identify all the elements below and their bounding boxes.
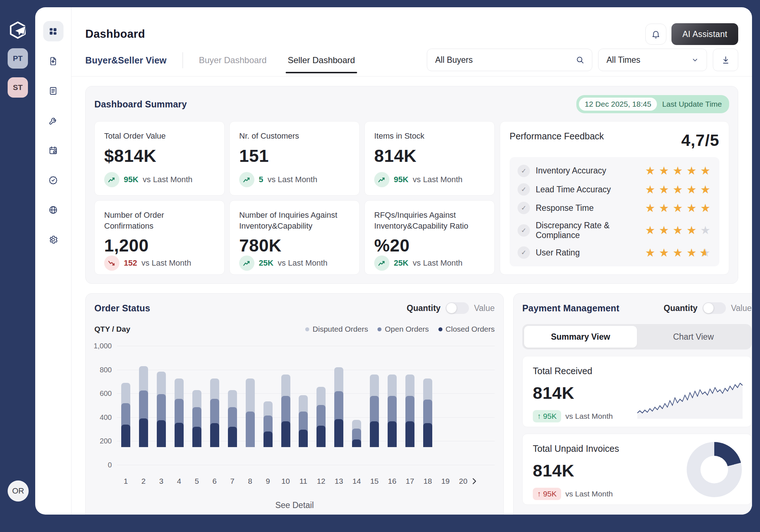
sidebar-item-dashboard[interactable]	[43, 21, 64, 41]
star-icon: ★	[658, 165, 670, 176]
tab-buyer-dashboard[interactable]: Buyer Dashboard	[199, 55, 267, 73]
check-circle-icon: ✓	[518, 165, 530, 177]
x-axis-label: 8	[241, 477, 259, 486]
payment-view-segmented: Summary View Chart View	[522, 324, 752, 349]
bar-segment-closed	[316, 426, 326, 447]
kpi-label: Number of Order Confirmations	[104, 210, 215, 231]
gridline	[117, 370, 495, 370]
kpi-delta-suffix: vs Last Month	[413, 258, 462, 268]
trend-up-icon	[378, 177, 385, 183]
last-update-badge: 12 Dec 2025, 18:45 Last Update Time	[576, 95, 729, 113]
app-window: PT ST OR	[0, 0, 760, 532]
star-icon: ★	[686, 165, 698, 176]
toggle-label-value[interactable]: Value	[474, 303, 495, 313]
switch-knob	[703, 303, 714, 313]
x-axis-label: 1	[117, 477, 135, 486]
bar-segment-closed	[388, 421, 397, 447]
sidebar-item-settings[interactable]	[43, 229, 64, 250]
kpi-card: RFQs/Inquiries Against Inventory&Capabil…	[364, 200, 495, 275]
download-button[interactable]	[713, 49, 738, 71]
workspace-avatar-st[interactable]: ST	[8, 77, 28, 98]
notifications-button[interactable]	[645, 24, 666, 45]
tab-summary-view[interactable]: Summary View	[524, 326, 637, 348]
time-filter-value: All Times	[606, 55, 640, 65]
sidebar-item-notes[interactable]	[43, 81, 64, 101]
feedback-label: Lead Time Accuracy	[536, 185, 611, 195]
stacked-bar	[299, 395, 308, 447]
feedback-label: Discrepancy Rate & Compliance	[536, 221, 638, 240]
order-status-panel: Order Status Quantity Value QTY / Day Di…	[85, 293, 504, 515]
star-rating: ★★★★★	[644, 247, 711, 258]
order-status-chart: 1,0008006004002000	[94, 346, 495, 465]
payment-quantity-value-switch[interactable]	[703, 302, 726, 314]
buyer-search-input[interactable]	[435, 55, 575, 65]
tab-seller-dashboard[interactable]: Seller Dashboard	[288, 55, 355, 73]
buyer-search-box[interactable]	[427, 49, 592, 71]
trend-circle	[374, 255, 389, 271]
x-axis-label: 19	[437, 477, 454, 486]
gridline	[117, 393, 495, 394]
ai-assistant-button[interactable]: AI Assistant	[671, 23, 738, 45]
stacked-bar	[246, 378, 255, 447]
bar-segment-closed	[139, 418, 148, 447]
legend-item: Disputed Orders	[305, 325, 368, 333]
top-bar: Dashboard AI Assistant	[71, 7, 752, 49]
search-icon	[575, 55, 585, 65]
chevron-right-icon	[473, 479, 475, 484]
x-axis-label: 17	[401, 477, 419, 486]
main-panel: Dashboard AI Assistant Buyer&Seller View	[35, 7, 752, 515]
stacked-bar	[228, 390, 237, 447]
feedback-label: User Rating	[536, 248, 580, 258]
time-filter-select[interactable]: All Times	[598, 49, 707, 71]
unpaid-donut-chart	[687, 442, 742, 497]
toggle-label-quantity[interactable]: Quantity	[664, 303, 698, 313]
user-avatar[interactable]: OR	[8, 480, 29, 502]
sidebar-item-quality[interactable]	[43, 170, 64, 190]
sidebar	[35, 7, 71, 515]
stacked-bar	[388, 375, 397, 447]
trend-down-icon	[108, 260, 115, 266]
kpi-label: Total Order Value	[104, 131, 215, 142]
feedback-title: Performance Feedback	[510, 131, 604, 142]
quantity-value-switch[interactable]	[446, 302, 469, 314]
last-update-label: Last Update Time	[662, 100, 722, 109]
star-rating: ★★★★★	[644, 165, 711, 176]
kpi-card: Number of Inquiries Against Inventory&Ca…	[229, 200, 360, 275]
see-detail-link[interactable]: See Detail	[94, 500, 495, 510]
total-received-label: Total Received	[533, 366, 741, 376]
chart-plot	[117, 346, 495, 465]
sidebar-item-tools[interactable]	[43, 110, 64, 131]
star-icon: ★	[644, 184, 656, 195]
trend-up-icon	[108, 177, 115, 183]
toggle-label-value[interactable]: Value	[731, 303, 752, 313]
kpi-delta-suffix: vs Last Month	[143, 175, 192, 184]
sidebar-item-smart-docs[interactable]	[43, 51, 64, 71]
star-icon: ★	[658, 202, 670, 214]
toggle-label-quantity[interactable]: Quantity	[407, 303, 441, 313]
tab-chart-view[interactable]: Chart View	[637, 326, 750, 348]
kpi-delta: 152vs Last Month	[104, 255, 215, 271]
tab-buyer-seller-view[interactable]: Buyer&Seller View	[85, 55, 167, 66]
sidebar-item-global[interactable]	[43, 200, 64, 220]
bar-segment-closed	[352, 439, 361, 447]
calendar-check-icon	[48, 146, 58, 155]
trend-circle	[104, 255, 119, 271]
stacked-bar	[334, 367, 343, 447]
x-axis-label: 2	[135, 477, 152, 486]
kpi-delta: 95Kvs Last Month	[374, 172, 485, 187]
kpi-delta: 95Kvs Last Month	[104, 172, 215, 187]
kpi-card: Nr. of Customers1515vs Last Month	[229, 121, 360, 196]
chart-next-page-button[interactable]	[469, 476, 480, 487]
y-axis-tick: 600	[100, 389, 112, 398]
stacked-bar	[352, 420, 361, 447]
kpi-card: Items in Stock814K95Kvs Last Month	[364, 121, 495, 196]
order-status-title: Order Status	[94, 303, 150, 314]
x-axis-label: 7	[224, 477, 241, 486]
sidebar-item-schedule[interactable]	[43, 140, 64, 160]
workspace-avatar-pt[interactable]: PT	[8, 48, 28, 69]
star-icon: ★	[672, 165, 684, 176]
brand-logo[interactable]	[9, 21, 27, 39]
stacked-bar	[370, 375, 379, 447]
total-received-delta-suffix: vs Last Month	[565, 412, 613, 421]
y-axis-tick: 400	[100, 413, 112, 421]
